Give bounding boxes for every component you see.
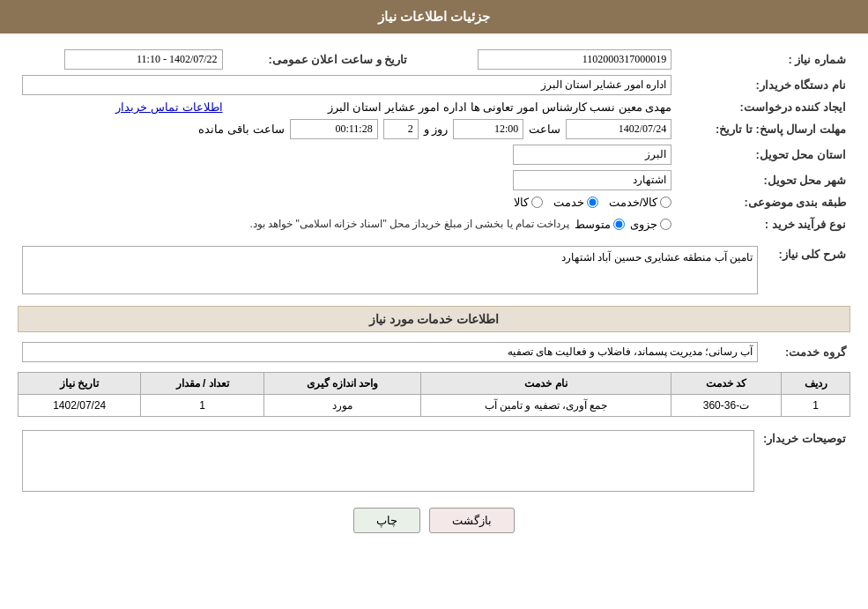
grooh-label: گروه خدمت: (762, 339, 850, 365)
sharh-table: شرح کلی نیاز: تامین آب منطقه عشایری حسین… (18, 243, 850, 297)
row-grooh: گروه خدمت: آب رسانی؛ مدیریت پسماند، فاضل… (18, 339, 850, 365)
shomara-label: شماره نیاز : (676, 47, 850, 72)
grooh-value-cell: آب رسانی؛ مدیریت پسماند، فاضلاب و فعالیت… (18, 339, 762, 365)
row-ijad: ایجاد کننده درخواست: مهدی معین نسب کارشن… (18, 98, 850, 116)
page-title: جزئیات اطلاعات نیاز (378, 9, 490, 24)
shahr-label: شهر محل تحویل: (676, 167, 850, 193)
col-vahed: واحد اندازه گیری (263, 373, 421, 395)
shomara-value: 1102000317000019 (478, 49, 671, 70)
grooh-table: گروه خدمت: آب رسانی؛ مدیریت پسماند، فاضل… (18, 339, 850, 365)
farayand-note: پرداخت تمام یا بخشی از مبلغ خریداز محل "… (249, 214, 569, 234)
page-header: جزئیات اطلاعات نیاز (0, 0, 868, 33)
service-table-body: 1ت-36-360جمع آوری، تصفیه و تامین آبمورد1… (19, 395, 850, 417)
taarikh-elam-value: 1402/07/22 - 11:10 (64, 49, 223, 70)
service-table-head: ردیف کد خدمت نام خدمت واحد اندازه گیری ت… (19, 373, 850, 395)
mande-label: ساعت باقی مانده (198, 123, 284, 136)
rooz-label: روز و (424, 123, 449, 136)
dastgah-value: اداره امور عشایر استان البرز (22, 75, 671, 95)
dastgah-value-cell: اداره امور عشایر استان البرز (18, 72, 676, 98)
tabaqe-value-cell: کالا/خدمت خدمت کالا (18, 193, 676, 212)
print-button[interactable]: چاپ (353, 508, 420, 533)
radio-kala[interactable] (531, 197, 543, 208)
saat-label: ساعت (529, 123, 560, 136)
shomara-value-cell: 1102000317000019 (423, 47, 677, 72)
content-area: شماره نیاز : 1102000317000019 تاریخ و سا… (0, 33, 868, 564)
service-info-header: اطلاعات خدمات مورد نیاز (18, 306, 850, 332)
dastgah-label: نام دستگاه خریدار: (676, 72, 850, 98)
tabaqe-label: طبقه بندی موضوعی: (676, 193, 850, 212)
row-ostan: استان محل تحویل: البرز (18, 142, 850, 167)
page-wrapper: جزئیات اطلاعات نیاز شماره نیاز : 1102000… (0, 0, 868, 609)
back-button[interactable]: بازگشت (429, 508, 515, 533)
ijad-value: مهدی معین نسب کارشناس امور تعاونی ها ادا… (328, 100, 672, 114)
info-table: شماره نیاز : 1102000317000019 تاریخ و سا… (18, 47, 850, 236)
farayand-label: نوع فرآیند خرید : (676, 212, 850, 236)
saat-value: 12:00 (453, 119, 523, 139)
radio-khadamat-label: خدمت (553, 196, 584, 209)
radio-kala-item: کالا (514, 196, 543, 209)
row-dastgah: نام دستگاه خریدار: اداره امور عشایر استا… (18, 72, 850, 98)
service-table-header-row: ردیف کد خدمت نام خدمت واحد اندازه گیری ت… (19, 373, 850, 395)
radio-kala-khadamat-label: کالا/خدمت (609, 196, 658, 209)
buyer-desc-label: توصیحات خریدار: (759, 427, 850, 494)
col-tarikh: تاریخ نیاز (19, 373, 141, 395)
buyer-desc-area (22, 430, 754, 492)
mohlat-date: 1402/07/24 (566, 119, 671, 139)
mande-value: 00:11:28 (290, 119, 378, 139)
col-kod: کد خدمت (671, 373, 782, 395)
sharh-container: تامین آب منطقه عشایری حسین آباد اشتهارد (22, 246, 758, 294)
mohlat-label: مهلت ارسال پاسخ: تا تاریخ: (676, 116, 850, 142)
buyer-desc-value-cell (18, 427, 759, 494)
row-shomara: شماره نیاز : 1102000317000019 تاریخ و سا… (18, 47, 850, 72)
radio-kala-khadamat[interactable] (660, 197, 671, 208)
col-tedad: تعداد / مقدار (141, 373, 263, 395)
row-farayand: نوع فرآیند خرید : جزوی متوسط پرداخت تمام… (18, 212, 850, 236)
col-radif: ردیف (782, 373, 850, 395)
contact-link[interactable]: اطلاعات تماس خریدار (115, 100, 222, 114)
ostan-label: استان محل تحویل: (676, 142, 850, 167)
taarikh-elam-value-cell: 1402/07/22 - 11:10 (18, 47, 227, 72)
service-table: ردیف کد خدمت نام خدمت واحد اندازه گیری ت… (18, 372, 850, 417)
tabaqe-radio-group: کالا/خدمت خدمت کالا (22, 196, 671, 209)
radio-kala-label: کالا (514, 196, 529, 209)
row-tabaqe: طبقه بندی موضوعی: کالا/خدمت خدمت (18, 193, 850, 212)
radio-jozvi-item: جزوی (630, 218, 671, 231)
sharh-value-cell: تامین آب منطقه عشایری حسین آباد اشتهارد (18, 243, 762, 297)
shahr-value: اشتهارد (513, 170, 671, 190)
rooz-value: 2 (383, 119, 419, 139)
radio-motavasset-item: متوسط (575, 218, 625, 231)
ijad-label: ایجاد کننده درخواست: (676, 98, 850, 116)
radio-kala-khadamat-item: کالا/خدمت (609, 196, 672, 209)
row-mohlat: مهلت ارسال پاسخ: تا تاریخ: 1402/07/24 سا… (18, 116, 850, 142)
buttons-row: بازگشت چاپ (18, 508, 850, 551)
radio-khadamat-item: خدمت (553, 196, 598, 209)
ijad-value-cell: مهدی معین نسب کارشناس امور تعاونی ها ادا… (227, 98, 677, 116)
radio-jozvi-label: جزوی (630, 218, 657, 231)
farayand-value-cell: جزوی متوسط پرداخت تمام یا بخشی از مبلغ خ… (18, 212, 676, 236)
ostan-value-cell: البرز (18, 142, 676, 167)
radio-khadamat[interactable] (587, 197, 598, 208)
mohlat-value-cell: 1402/07/24 ساعت 12:00 روز و 2 00:11:28 س… (18, 116, 676, 142)
radio-motavasset[interactable] (613, 219, 625, 230)
radio-jozvi[interactable] (660, 219, 671, 230)
radio-motavasset-label: متوسط (575, 218, 611, 231)
col-nam: نام خدمت (421, 373, 671, 395)
taarikh-elam-label: تاریخ و ساعت اعلان عمومی: (227, 47, 412, 72)
sharh-label: شرح کلی نیاز: (762, 243, 850, 297)
shahr-value-cell: اشتهارد (18, 167, 676, 193)
row-buyer-desc: توصیحات خریدار: (18, 427, 850, 494)
buyer-desc-table: توصیحات خریدار: (18, 427, 850, 494)
farayand-row: جزوی متوسط پرداخت تمام یا بخشی از مبلغ خ… (22, 214, 671, 234)
ostan-value: البرز (513, 145, 671, 165)
contact-link-cell: اطلاعات تماس خریدار (18, 98, 227, 116)
row-sharh: شرح کلی نیاز: تامین آب منطقه عشایری حسین… (18, 243, 850, 297)
row-shahr: شهر محل تحویل: اشتهارد (18, 167, 850, 193)
table-row: 1ت-36-360جمع آوری، تصفیه و تامین آبمورد1… (19, 395, 850, 417)
sharh-value: تامین آب منطقه عشایری حسین آباد اشتهارد (561, 251, 753, 264)
grooh-value: آب رسانی؛ مدیریت پسماند، فاضلاب و فعالیت… (22, 342, 758, 362)
mohlat-inline: 1402/07/24 ساعت 12:00 روز و 2 00:11:28 س… (22, 119, 671, 139)
